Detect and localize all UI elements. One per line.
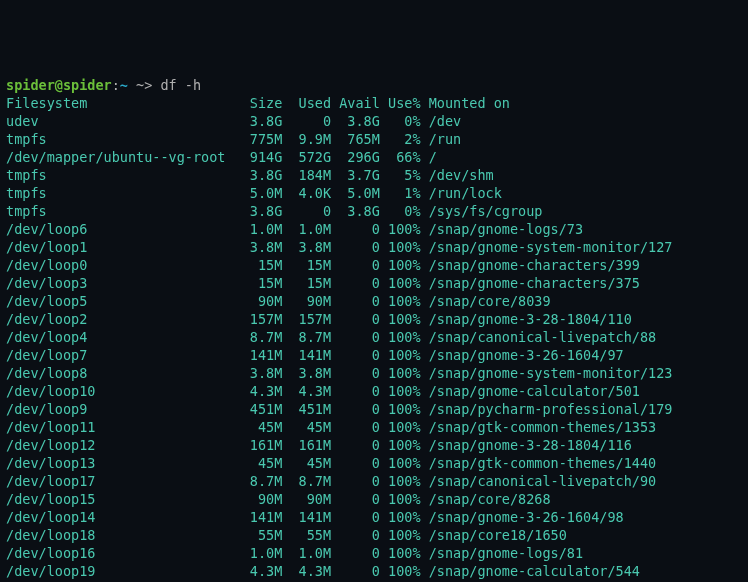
command-text: df -h [160, 77, 201, 93]
prompt-path: ~ [120, 77, 128, 93]
prompt-separator: : [112, 77, 120, 93]
df-header-row: Filesystem Size Used Avail Use% Mounted … [6, 95, 510, 111]
df-rows: udev 3.8G 0 3.8G 0% /dev tmpfs 775M 9.9M… [6, 113, 672, 582]
prompt-user: spider@spider [6, 77, 112, 93]
prompt-arrow: ~> [128, 77, 161, 93]
terminal[interactable]: spider@spider:~ ~> df -h Filesystem Size… [6, 76, 742, 582]
